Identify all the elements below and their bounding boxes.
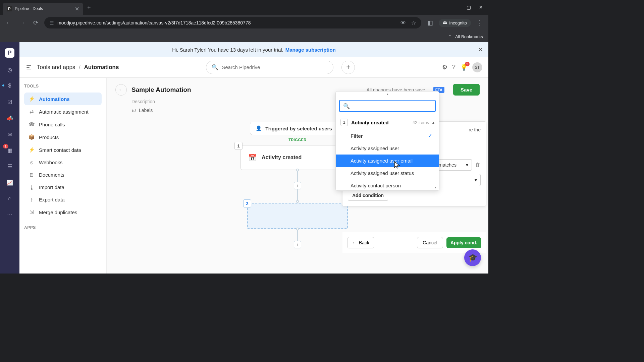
field-dropdown: ▴ 🔍 1 Activity created 42 items ▴ Filter… xyxy=(335,91,439,191)
site-info-icon[interactable]: ☰ xyxy=(50,20,54,25)
help-icon[interactable]: ? xyxy=(452,64,455,71)
sidebar-item-webhooks[interactable]: ⎋Webhooks xyxy=(24,156,102,169)
back-button[interactable]: ← xyxy=(115,84,127,96)
add-condition-button[interactable]: Add condition xyxy=(348,190,388,201)
tab-favicon: P xyxy=(7,6,12,11)
dropdown-option[interactable]: Activity assigned user status xyxy=(336,167,439,179)
menu-icon[interactable]: ⋮ xyxy=(475,19,484,26)
global-search[interactable]: 🔍 xyxy=(206,61,333,74)
sidebar-item-products[interactable]: 📦Products xyxy=(24,131,102,143)
rail-target-icon[interactable]: ◎ xyxy=(6,66,14,74)
eye-off-icon[interactable]: 👁 xyxy=(400,20,406,26)
add-step-button[interactable]: + xyxy=(294,182,301,189)
trash-icon[interactable]: 🗑 xyxy=(475,162,481,168)
all-bookmarks-link[interactable]: All Bookmarks xyxy=(455,34,483,39)
puzzle-icon[interactable]: ⚙ xyxy=(442,64,447,71)
breadcrumb-root[interactable]: Tools and apps xyxy=(37,64,75,70)
sidebar-heading-tools: TOOLS xyxy=(24,84,102,88)
sidebar-item-phone-calls[interactable]: ☎Phone calls xyxy=(24,118,102,131)
manage-subscription-link[interactable]: Manage subscription xyxy=(285,47,336,53)
back-icon[interactable]: ← xyxy=(4,19,13,26)
chevron-down-icon: ▾ xyxy=(475,177,477,183)
automation-icon: ⚡ xyxy=(28,96,35,102)
sidebar-item-smart-contact-data[interactable]: ⚡Smart contact data xyxy=(24,143,102,156)
sidebar-item-automations[interactable]: ⚡Automations xyxy=(24,93,102,105)
rail-mail-icon[interactable]: ✉ xyxy=(6,130,14,138)
trigger-label: TRIGGER xyxy=(288,138,307,142)
help-fab[interactable]: 🎓 xyxy=(464,249,481,266)
maximize-icon[interactable]: ▢ xyxy=(467,5,471,10)
settings-sidebar: TOOLS ⚡Automations ⇄Automatic assignment… xyxy=(19,78,107,274)
new-tab-button[interactable]: + xyxy=(87,4,91,11)
dropdown-search[interactable]: 🔍 xyxy=(339,100,436,112)
assignment-icon: ⇄ xyxy=(28,109,35,115)
trigger-users-dropdown[interactable]: 👤 Triggered by selected users ▼ xyxy=(250,122,345,135)
dropdown-option[interactable]: Activity contact person xyxy=(336,179,439,190)
nav-rail: P ◎ $ ☑ 📣 ✉ 1▦ ☰ 📈 ⌂ ⋯ xyxy=(0,42,19,274)
minimize-icon[interactable]: — xyxy=(454,5,459,10)
sidebar-item-import-data[interactable]: ⭳Import data xyxy=(24,181,102,193)
sidebar-item-merge-duplicates[interactable]: ⇲Merge duplicates xyxy=(24,206,102,219)
trial-banner: Hi, Sarah Tyler! You have 13 days left i… xyxy=(19,42,488,57)
star-icon[interactable]: ☆ xyxy=(411,20,416,26)
rail-checkbox-icon[interactable]: ☑ xyxy=(6,98,14,106)
step-number: 1 xyxy=(234,142,243,150)
close-icon[interactable]: ✕ xyxy=(75,6,79,12)
dropdown-option[interactable]: Activity assigned user xyxy=(336,142,439,155)
document-icon: 🗎 xyxy=(28,172,35,178)
scroll-down-icon[interactable]: ▾ xyxy=(434,185,437,190)
sidebar-item-documents[interactable]: 🗎Documents xyxy=(24,169,102,181)
save-button[interactable]: Save xyxy=(453,84,480,96)
window-controls: — ▢ ✕ xyxy=(454,5,486,10)
rail-more-icon[interactable]: ⋯ xyxy=(6,210,14,219)
sidebar-toggle-icon[interactable] xyxy=(25,64,32,71)
incognito-chip[interactable]: 🕶 Incognito xyxy=(439,19,471,27)
app-logo[interactable]: P xyxy=(5,48,14,58)
sidebar-item-automatic-assignment[interactable]: ⇄Automatic assignment xyxy=(24,105,102,118)
panel-back-button[interactable]: ← Back xyxy=(347,237,374,248)
search-input[interactable] xyxy=(222,64,328,70)
quick-add-button[interactable]: + xyxy=(341,61,355,74)
rail-marketplace-icon[interactable]: ⌂ xyxy=(6,194,14,202)
rail-dollar-icon[interactable]: $ xyxy=(6,82,14,90)
placeholder-step[interactable]: 2 xyxy=(247,203,348,229)
search-icon: 🔍 xyxy=(212,64,218,70)
close-window-icon[interactable]: ✕ xyxy=(479,5,483,10)
group-count: 42 items xyxy=(413,120,429,125)
tag-icon: 🏷 xyxy=(131,108,136,113)
scroll-up-icon[interactable]: ▴ xyxy=(336,92,439,97)
rail-campaigns-icon[interactable]: 📣 xyxy=(6,114,14,122)
condition-operator-select[interactable]: matches ▾ xyxy=(435,159,472,171)
bookmarks-bar: 🗀 All Bookmarks xyxy=(0,31,488,42)
dropdown-search-input[interactable] xyxy=(353,103,432,109)
side-panel-icon[interactable]: ◧ xyxy=(425,19,435,26)
forward-icon: → xyxy=(17,19,27,26)
add-step-button[interactable]: + xyxy=(294,241,301,248)
sidebar-heading-apps: APPS xyxy=(24,225,102,230)
close-icon[interactable]: ✕ xyxy=(478,46,483,53)
sidebar-item-export-data[interactable]: ⭱Export data xyxy=(24,193,102,206)
dropdown-option-filter[interactable]: Filter ✓ xyxy=(336,129,439,142)
group-number: 1 xyxy=(340,119,348,126)
apply-button[interactable]: Apply cond. xyxy=(446,237,481,248)
cancel-button[interactable]: Cancel xyxy=(417,237,443,248)
box-icon: 📦 xyxy=(28,134,35,140)
dropdown-option-highlighted[interactable]: Activity assigned user email xyxy=(336,155,439,167)
automation-title[interactable]: Sample Automation xyxy=(131,86,191,94)
avatar[interactable]: ST xyxy=(472,62,482,72)
address-bar[interactable]: ☰ moodjoy.pipedrive.com/settings/automat… xyxy=(44,17,421,28)
group-label: Activity created xyxy=(351,120,409,125)
rail-insights-icon[interactable]: 📈 xyxy=(6,178,14,186)
user-icon: 👤 xyxy=(256,125,262,131)
chevron-down-icon: ▾ xyxy=(466,162,468,168)
search-icon: 🔍 xyxy=(343,103,350,109)
upload-icon: ⭱ xyxy=(28,197,35,202)
bulb-icon[interactable]: 💡? xyxy=(460,64,468,71)
rail-calendar-icon[interactable]: 1▦ xyxy=(6,146,14,154)
reload-icon[interactable]: ⟳ xyxy=(31,19,40,26)
breadcrumb-current: Automations xyxy=(84,64,119,70)
dropdown-group-header[interactable]: 1 Activity created 42 items ▴ xyxy=(336,115,439,129)
rail-contacts-icon[interactable]: ☰ xyxy=(6,162,14,170)
browser-tab[interactable]: P Pipeline - Deals ✕ xyxy=(3,3,83,15)
calendar-icon: 📅 xyxy=(248,153,257,162)
